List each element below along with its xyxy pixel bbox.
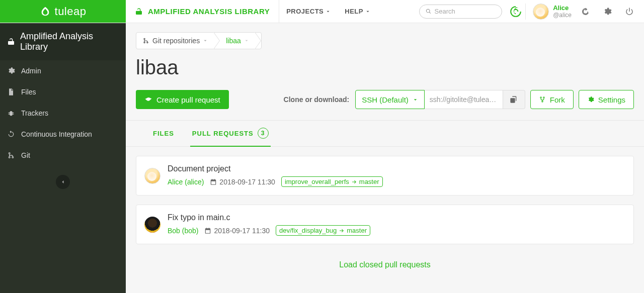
branch-badge: dev/fix_display_bug master bbox=[276, 225, 370, 236]
bug-icon bbox=[7, 109, 15, 117]
pull-request-card[interactable]: Document projectAlice (alice)2018-09-17 … bbox=[136, 156, 634, 196]
avatar bbox=[533, 4, 549, 20]
nav-help-label: HELP bbox=[345, 8, 363, 15]
chevron-down-icon bbox=[365, 9, 370, 14]
refresh-icon bbox=[7, 130, 15, 138]
tab-pull-requests[interactable]: PULL REQUESTS 3 bbox=[190, 121, 271, 147]
avatar bbox=[144, 217, 160, 233]
clone-protocol-label: SSH (Default) bbox=[362, 95, 409, 104]
sidebar-title[interactable]: Amplified Analysis Library bbox=[0, 23, 126, 60]
swirl-icon bbox=[509, 5, 522, 18]
main-content: Git repositories libaa libaa Create pull… bbox=[126, 23, 644, 293]
sidebar-item-admin[interactable]: Admin bbox=[0, 60, 126, 81]
search-box[interactable] bbox=[419, 5, 502, 19]
sidebar-item-label: Admin bbox=[21, 67, 41, 75]
chevron-down-icon bbox=[203, 38, 208, 43]
user-menu[interactable]: Alice @alice bbox=[525, 4, 572, 20]
clone-protocol-select[interactable]: SSH (Default) bbox=[355, 90, 425, 109]
fork-button[interactable]: Fork bbox=[530, 90, 574, 109]
pr-author[interactable]: Bob (bob) bbox=[168, 227, 198, 235]
clone-url-field[interactable] bbox=[425, 90, 503, 109]
breadcrumb-root-label: Git repositories bbox=[152, 37, 200, 45]
sidebar-item-git[interactable]: Git bbox=[0, 145, 126, 166]
logout-button[interactable] bbox=[621, 3, 638, 20]
sidebar-item-trackers[interactable]: Trackers bbox=[0, 103, 126, 124]
topbar-project-label: AMPLIFIED ANALYSIS LIBRARY bbox=[148, 7, 270, 16]
logo-text: tuleap bbox=[55, 5, 87, 18]
arrow-right-icon bbox=[351, 179, 357, 185]
file-icon bbox=[7, 88, 15, 96]
nav-help[interactable]: HELP bbox=[338, 0, 377, 23]
unlock-icon bbox=[7, 38, 15, 46]
create-pull-request-button[interactable]: Create pull request bbox=[136, 90, 229, 109]
repo-settings-button[interactable]: Settings bbox=[579, 90, 634, 109]
sidebar-item-label: Continuous Integration bbox=[21, 130, 92, 138]
settings-button[interactable] bbox=[599, 3, 616, 20]
create-pr-label: Create pull request bbox=[156, 95, 220, 104]
pr-date: 2018-09-17 11:30 bbox=[210, 178, 275, 186]
sidebar: Amplified Analysis Library Admin Files T… bbox=[0, 23, 126, 293]
nav-projects-label: PROJECTS bbox=[286, 8, 324, 15]
unlock-icon bbox=[135, 8, 143, 16]
page-title: libaa bbox=[136, 56, 634, 79]
tab-files[interactable]: FILES bbox=[151, 121, 176, 147]
pr-date: 2018-09-17 11:30 bbox=[204, 227, 270, 235]
chevron-left-icon bbox=[60, 179, 66, 185]
gear-icon bbox=[587, 96, 594, 103]
calendar-icon bbox=[204, 227, 211, 234]
search-input[interactable] bbox=[435, 8, 496, 15]
sidebar-collapse-button[interactable] bbox=[56, 175, 70, 189]
pull-request-card[interactable]: Fix typo in main.cBob (bob)2018-09-17 11… bbox=[136, 205, 634, 244]
calendar-icon bbox=[210, 178, 217, 185]
git-icon bbox=[7, 151, 15, 159]
pr-title: Document project bbox=[168, 164, 625, 173]
logo[interactable]: tuleap bbox=[0, 0, 126, 23]
chevron-down-icon bbox=[413, 97, 418, 103]
nav-projects[interactable]: PROJECTS bbox=[279, 0, 338, 23]
tab-pr-label: PULL REQUESTS bbox=[192, 130, 254, 137]
sidebar-title-label: Amplified Analysis Library bbox=[20, 31, 116, 52]
breadcrumb-current-label: libaa bbox=[226, 37, 241, 45]
history-icon bbox=[581, 7, 590, 16]
fork-icon bbox=[539, 96, 546, 103]
pr-title: Fix typo in main.c bbox=[168, 213, 625, 222]
topbar-project-link[interactable]: AMPLIFIED ANALYSIS LIBRARY bbox=[126, 0, 279, 23]
leaf-icon bbox=[40, 6, 51, 17]
breadcrumb-separator bbox=[214, 32, 220, 49]
gear-icon bbox=[603, 7, 612, 16]
breadcrumb-current[interactable]: libaa bbox=[220, 33, 255, 49]
fork-label: Fork bbox=[550, 95, 565, 104]
sidebar-item-label: Git bbox=[21, 151, 30, 159]
power-icon bbox=[625, 7, 634, 16]
copy-icon bbox=[510, 95, 518, 104]
sidebar-item-label: Files bbox=[21, 88, 36, 96]
clone-label: Clone or download: bbox=[284, 95, 350, 104]
sidebar-item-files[interactable]: Files bbox=[0, 81, 126, 103]
history-button[interactable] bbox=[577, 3, 594, 20]
user-handle: @alice bbox=[553, 12, 572, 19]
gear-icon bbox=[7, 67, 15, 75]
settings-label: Settings bbox=[598, 95, 625, 104]
arrow-right-icon bbox=[339, 228, 345, 234]
breadcrumb-separator bbox=[255, 32, 261, 49]
sidebar-item-ci[interactable]: Continuous Integration bbox=[0, 124, 126, 145]
git-icon bbox=[142, 37, 149, 44]
copy-url-button[interactable] bbox=[503, 90, 525, 109]
chevron-down-icon bbox=[326, 9, 331, 14]
breadcrumb-root[interactable]: Git repositories bbox=[136, 33, 214, 49]
breadcrumb: Git repositories libaa bbox=[136, 32, 262, 49]
branch-badge: improve_overall_perfs master bbox=[281, 176, 383, 187]
tab-files-label: FILES bbox=[153, 130, 174, 137]
sidebar-item-label: Trackers bbox=[21, 109, 48, 117]
search-icon bbox=[426, 8, 431, 15]
swallow-icon bbox=[144, 95, 152, 104]
avatar bbox=[144, 168, 160, 184]
accessibility-toggle[interactable] bbox=[507, 5, 520, 18]
pr-author[interactable]: Alice (alice) bbox=[168, 178, 204, 186]
chevron-down-icon bbox=[244, 38, 249, 43]
user-name: Alice bbox=[553, 4, 572, 12]
load-closed-link[interactable]: Load closed pull requests bbox=[136, 253, 634, 270]
pr-count-badge: 3 bbox=[258, 128, 269, 139]
